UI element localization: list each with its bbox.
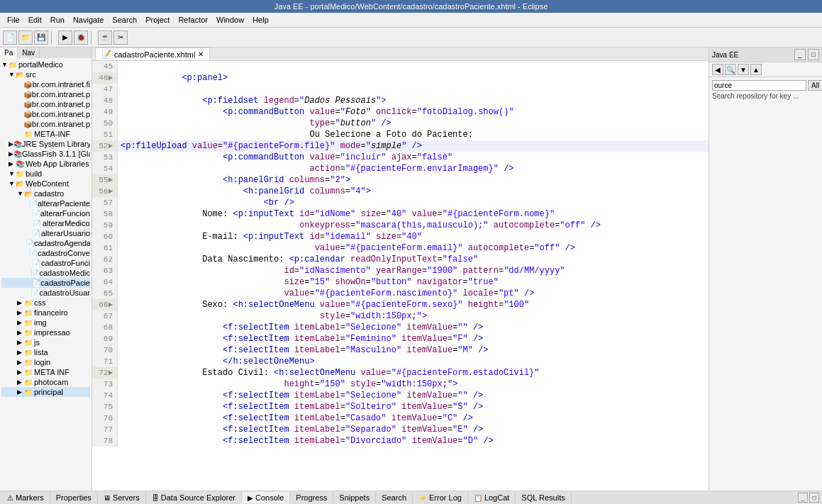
tree-item-portalmédico[interactable]: ▼ 📁 portalMedico <box>1 60 90 69</box>
tree-item-webapp-lib[interactable]: ▶ 📚 Web App Libraries <box>1 159 90 169</box>
tree-item-lista[interactable]: ▶ 📁 lista <box>1 347 90 357</box>
tree-item-pkg4[interactable]: 📦 br.com.intranet.p <box>1 109 90 119</box>
tree-item-webcontent[interactable]: ▼ 📂 WebContent <box>1 179 90 189</box>
bottom-tab-progress[interactable]: Progress <box>290 492 333 503</box>
tree-item-src[interactable]: ▼ 📂 src <box>1 69 90 79</box>
tree-item-img[interactable]: ▶ 📁 img <box>1 318 90 327</box>
bottom-tab-logcat[interactable]: 📋 LogCat <box>468 492 516 503</box>
code-line-71: 71 </h:selectOneMenu> <box>92 356 709 367</box>
right-toolbar-btn1[interactable]: ◀ <box>712 64 723 75</box>
bottom-tab-datasource[interactable]: 🗄 Data Source Explorer <box>146 492 242 503</box>
toolbar-save[interactable]: 💾 <box>34 30 48 45</box>
tree-item-pkg5[interactable]: 📦 br.com.intranet.p <box>1 119 90 129</box>
tree-item-js[interactable]: ▶ 📁 js <box>1 337 90 347</box>
tree-item-meta-inf[interactable]: 📁 META-INF <box>1 129 90 139</box>
bottom-tab-label: Error Log <box>429 493 462 502</box>
menu-refactor[interactable]: Refactor <box>174 14 212 26</box>
tree-item-pkg1[interactable]: 📦 br.com.intranet.fi <box>1 79 90 89</box>
line-num: 60 <box>92 231 118 242</box>
menu-edit[interactable]: Edit <box>24 14 46 26</box>
line-content: <f:selectItem itemLabel="Selecione" item… <box>118 322 483 333</box>
tree-item-css[interactable]: ▶ 📁 css <box>1 298 90 308</box>
menu-project[interactable]: Project <box>141 14 174 26</box>
toolbar-build[interactable]: ☕ <box>98 30 112 45</box>
tree-item-photocam[interactable]: ▶ 📁 photocam <box>1 377 90 387</box>
tree-item-meta-inf2[interactable]: ▶ 📁 META INF <box>1 367 90 377</box>
bottom-minimize[interactable]: _ <box>798 493 808 503</box>
expand-arrow: ▼ <box>9 180 16 187</box>
left-tab-pa[interactable]: Pa <box>0 47 18 58</box>
menu-file[interactable]: File <box>3 14 24 26</box>
bottom-tab-console[interactable]: ▶ Console <box>242 492 290 503</box>
tree-label: br.com.intranet.p <box>32 110 90 118</box>
line-num: 54 <box>92 163 118 174</box>
bottom-tab-label: Progress <box>296 493 327 502</box>
tree-item-principal[interactable]: ▶ 📁 principal <box>1 387 90 397</box>
bottom-tab-servers[interactable]: 🖥 Servers <box>98 492 146 503</box>
bottom-tab-properties[interactable]: Properties <box>50 492 98 503</box>
right-panel-min[interactable]: _ <box>794 49 806 60</box>
bottom-tab-markers[interactable]: ⚠ Markers <box>1 492 50 503</box>
tree-item-alterar-paciente[interactable]: 📄 alterarPaciente <box>1 198 90 208</box>
menu-help[interactable]: Help <box>248 14 273 26</box>
folder-icon: 📁 <box>24 319 34 327</box>
expand-arrow: ▼ <box>17 190 24 197</box>
code-line-69: 69 <f:selectItem itemLabel="Feminino" it… <box>92 333 709 345</box>
bottom-maximize[interactable]: □ <box>809 493 819 503</box>
tree-item-pkg2[interactable]: 📦 br.com.intranet.p <box>1 89 90 99</box>
tree-label: br.com.intranet.fi <box>33 80 90 89</box>
menu-run[interactable]: Run <box>46 14 69 26</box>
tree-item-alterar-funcion[interactable]: 📄 alterarFuncion <box>1 208 90 218</box>
folder-icon: 📁 <box>24 369 34 376</box>
tree-item-alterar-medico[interactable]: 📄 alterarMedico <box>1 218 90 228</box>
expand-arrow: ▼ <box>1 61 9 68</box>
menu-window[interactable]: Window <box>212 14 248 26</box>
menu-search[interactable]: Search <box>108 14 141 26</box>
tree-item-pkg3[interactable]: 📦 br.com.intranet.p <box>1 99 90 109</box>
tree-item-glassfish[interactable]: ▶ 📚 GlassFish 3.1.1 [Glas <box>1 149 90 159</box>
editor-content[interactable]: 45 46► <p:panel> 47 48 <p:fieldset legen… <box>92 61 709 491</box>
tree-label: JRE System Library [Glas <box>22 140 90 148</box>
bottom-tab-snippets[interactable]: Snippets <box>333 492 376 503</box>
folder-icon: 📁 <box>24 130 34 138</box>
tree-item-cadastro-usuar[interactable]: 📄 cadastroUsuar <box>1 288 90 298</box>
right-toolbar-btn2[interactable]: 🔍 <box>725 64 736 75</box>
code-line-73: 73 height="150" style="width:150px;"> <box>92 379 709 390</box>
right-toolbar-btn4[interactable]: ▲ <box>750 64 762 75</box>
bottom-tab-search[interactable]: Search <box>376 492 413 503</box>
line-num: 46► <box>92 72 118 84</box>
tree-item-cadastro-agenda[interactable]: 📄 cadastroAgenda <box>1 238 90 248</box>
toolbar-clean[interactable]: ✂ <box>113 30 128 45</box>
tree-item-cadastro-medic[interactable]: 📄 cadastroMedic <box>1 268 90 278</box>
tab-close-button[interactable]: ✕ <box>198 50 204 58</box>
line-content: Nome: <p:inputText id="idNome" size="40"… <box>118 208 555 220</box>
tree-item-login[interactable]: ▶ 📁 login <box>1 357 90 367</box>
code-line-48: 48 <p:fieldset legend="Dados Pessoais"> <box>92 95 709 106</box>
search-input[interactable] <box>712 80 806 91</box>
search-all-button[interactable]: All <box>808 80 822 91</box>
toolbar-open[interactable]: 📁 <box>18 30 33 45</box>
right-toolbar-btn3[interactable]: ▼ <box>738 64 749 75</box>
toolbar-debug[interactable]: 🐞 <box>74 30 88 45</box>
toolbar-new[interactable]: 📄 <box>3 30 17 45</box>
left-tab-nav[interactable]: Nav <box>18 47 40 58</box>
tree-item-cadastro[interactable]: ▼ 📂 cadastro <box>1 189 90 198</box>
right-panel-max[interactable]: □ <box>808 49 819 60</box>
code-line-56: 56► <h:panelGrid columns="4"> <box>92 186 709 197</box>
editor-tab-cadastropaciente[interactable]: 📝 cadastroPaciente.xhtml ✕ <box>95 47 210 60</box>
tree-item-alterar-usuario[interactable]: 📄 alterarUsuario <box>1 228 90 238</box>
tree-item-impressao[interactable]: ▶ 📁 impressao <box>1 327 90 337</box>
bottom-tab-sql[interactable]: SQL Results <box>516 492 571 503</box>
tree-item-build[interactable]: ▼ 📁 build <box>1 169 90 179</box>
toolbar-run[interactable]: ▶ <box>58 30 72 45</box>
tree-item-cadastro-funci[interactable]: 📄 cadastroFunci <box>1 258 90 268</box>
expand-arrow: ▶ <box>9 160 16 167</box>
tree-item-cadastro-pacie[interactable]: 📄 cadastroPacie <box>1 278 90 288</box>
tree-item-jre[interactable]: ▶ 📚 JRE System Library [Glas <box>1 139 90 149</box>
line-content: height="150" style="width:150px;"> <box>118 379 457 390</box>
menu-navigate[interactable]: Navigate <box>69 14 108 26</box>
tab-icon: 📝 <box>101 50 111 59</box>
bottom-tab-error-log[interactable]: ⚡ Error Log <box>413 492 468 503</box>
tree-item-cadastro-conve[interactable]: 📄 cadastroConve <box>1 248 90 258</box>
tree-item-financeiro[interactable]: ▶ 📁 financeiro <box>1 308 90 318</box>
